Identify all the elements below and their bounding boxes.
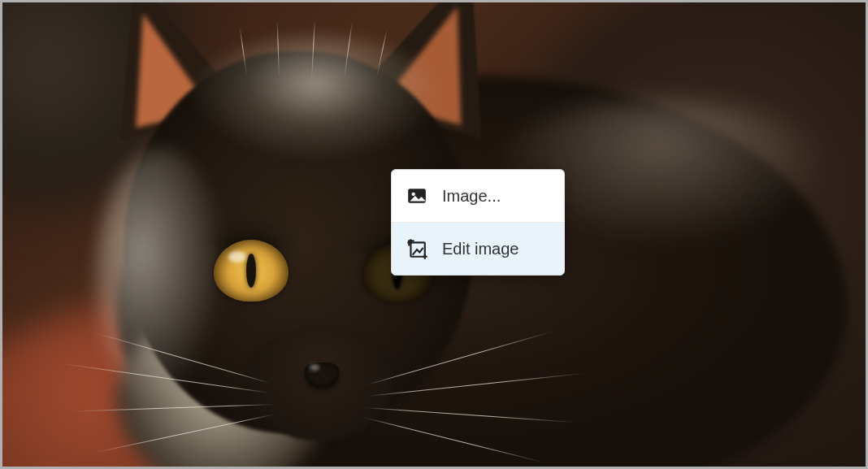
edit-image-icon [406,238,427,259]
image-canvas[interactable]: Image... Edit image [2,2,866,467]
menu-item-edit-image[interactable]: Edit image [392,222,564,275]
menu-item-label: Edit image [442,240,549,258]
cat-head-rimlight [96,149,226,409]
cat-head-highlight [193,35,437,157]
cat-nose-shine [310,364,319,371]
menu-item-label: Image... [442,187,549,206]
cat-eye-left [214,240,289,302]
image-icon [406,185,427,206]
svg-point-1 [412,193,415,196]
menu-item-image[interactable]: Image... [392,170,564,222]
image-context-menu: Image... Edit image [391,169,565,276]
